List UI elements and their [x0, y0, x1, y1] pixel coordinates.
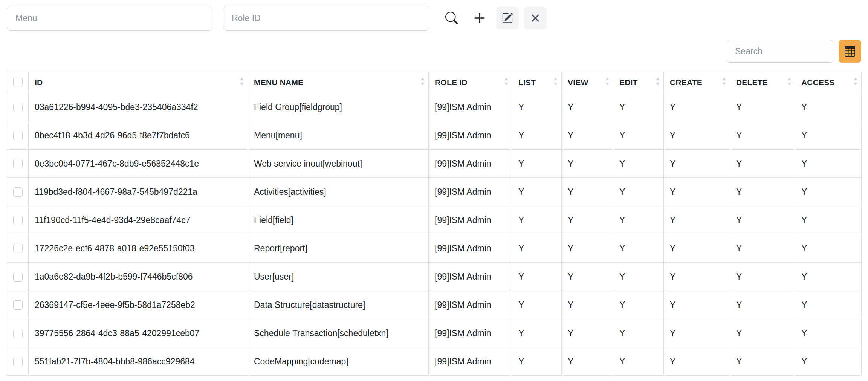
cell-access: Y: [795, 150, 862, 178]
cell-list: Y: [512, 150, 562, 178]
table-body: 03a61226-b994-4095-bde3-235406a334f2 Fie…: [7, 93, 862, 376]
cell-view: Y: [562, 178, 613, 206]
cell-menu-name: CodeMapping[codemap]: [248, 347, 429, 376]
cell-role-id: [99]ISM Admin: [429, 347, 512, 376]
sort-icon: [655, 77, 660, 88]
edit-button[interactable]: [496, 7, 519, 29]
cell-access: Y: [795, 178, 862, 206]
row-checkbox[interactable]: [13, 103, 23, 112]
table-search-input[interactable]: [727, 40, 833, 63]
row-checkbox[interactable]: [13, 272, 23, 282]
row-checkbox[interactable]: [13, 216, 23, 225]
search-button[interactable]: [440, 7, 463, 29]
cell-role-id: [99]ISM Admin: [429, 150, 512, 178]
sort-icon: [787, 77, 792, 88]
row-checkbox[interactable]: [13, 329, 23, 338]
row-checkbox[interactable]: [13, 159, 23, 168]
select-all-checkbox[interactable]: [13, 78, 23, 87]
column-header-label: ROLE ID: [435, 78, 468, 87]
cell-role-id: [99]ISM Admin: [429, 263, 512, 291]
table-row: 119bd3ed-f804-4667-98a7-545b497d221a Act…: [7, 178, 862, 206]
row-checkbox[interactable]: [13, 131, 23, 140]
sort-icon: [853, 77, 858, 88]
cell-menu-name: Menu[menu]: [248, 121, 429, 150]
sort-icon: [504, 77, 509, 88]
cell-id: 0bec4f18-4b3d-4d26-96d5-f8e7f7bdafc6: [29, 121, 248, 150]
cell-delete: Y: [730, 178, 795, 206]
plus-icon: [474, 12, 486, 24]
column-header-delete[interactable]: DELETE: [730, 72, 795, 93]
cell-id: 03a61226-b994-4095-bde3-235406a334f2: [29, 93, 248, 121]
cell-create: Y: [664, 178, 730, 206]
cell-list: Y: [512, 347, 562, 376]
add-button[interactable]: [468, 7, 491, 29]
column-header-id[interactable]: ID: [29, 72, 248, 93]
cell-list: Y: [512, 178, 562, 206]
cell-list: Y: [512, 319, 562, 347]
table-row: 0bec4f18-4b3d-4d26-96d5-f8e7f7bdafc6 Men…: [7, 121, 862, 150]
cell-create: Y: [664, 150, 730, 178]
cell-list: Y: [512, 263, 562, 291]
column-header-create[interactable]: CREATE: [664, 72, 730, 93]
column-header-label: ACCESS: [801, 78, 835, 87]
cell-role-id: [99]ISM Admin: [429, 206, 512, 234]
cell-create: Y: [664, 263, 730, 291]
cell-edit: Y: [613, 178, 664, 206]
cell-menu-name: User[user]: [248, 263, 429, 291]
cell-list: Y: [512, 291, 562, 319]
role-id-input[interactable]: [223, 6, 429, 31]
cell-view: Y: [562, 263, 613, 291]
close-icon: [530, 13, 540, 23]
cell-role-id: [99]ISM Admin: [429, 93, 512, 121]
cell-list: Y: [512, 206, 562, 234]
sort-icon: [420, 77, 425, 88]
cell-create: Y: [664, 234, 730, 263]
cell-view: Y: [562, 206, 613, 234]
row-checkbox[interactable]: [13, 244, 23, 253]
cell-delete: Y: [730, 206, 795, 234]
column-header-menu-name[interactable]: MENU NAME: [248, 72, 429, 93]
cell-access: Y: [795, 206, 862, 234]
cell-view: Y: [562, 121, 613, 150]
table-row: 03a61226-b994-4095-bde3-235406a334f2 Fie…: [7, 93, 862, 121]
cell-delete: Y: [730, 291, 795, 319]
clear-button[interactable]: [524, 7, 547, 29]
menu-input[interactable]: [7, 6, 212, 31]
column-header-access[interactable]: ACCESS: [795, 72, 862, 93]
column-header-list[interactable]: LIST: [512, 72, 562, 93]
column-header-role-id[interactable]: ROLE ID: [429, 72, 512, 93]
cell-id: 39775556-2864-4dc3-88a5-4202991ceb07: [29, 319, 248, 347]
cell-access: Y: [795, 319, 862, 347]
cell-delete: Y: [730, 93, 795, 121]
row-checkbox[interactable]: [13, 357, 23, 366]
cell-delete: Y: [730, 263, 795, 291]
row-checkbox[interactable]: [13, 187, 23, 197]
cell-delete: Y: [730, 150, 795, 178]
toolbar: [0, 0, 868, 31]
column-header-edit[interactable]: EDIT: [613, 72, 664, 93]
cell-edit: Y: [613, 121, 664, 150]
cell-delete: Y: [730, 234, 795, 263]
cell-list: Y: [512, 234, 562, 263]
column-header-label: MENU NAME: [254, 78, 303, 87]
cell-menu-name: Web service inout[webinout]: [248, 150, 429, 178]
cell-access: Y: [795, 347, 862, 376]
cell-id: 119bd3ed-f804-4667-98a7-545b497d221a: [29, 178, 248, 206]
cell-menu-name: Report[report]: [248, 234, 429, 263]
cell-view: Y: [562, 150, 613, 178]
cell-delete: Y: [730, 319, 795, 347]
columns-button[interactable]: [839, 40, 861, 63]
column-header-label: VIEW: [568, 78, 588, 87]
cell-menu-name: Activities[activities]: [248, 178, 429, 206]
cell-view: Y: [562, 234, 613, 263]
sort-icon: [721, 77, 727, 88]
cell-access: Y: [795, 121, 862, 150]
column-header-label: CREATE: [670, 78, 702, 87]
cell-delete: Y: [730, 121, 795, 150]
table-header-row: ID MENU NAME ROLE ID LIST VIEW EDIT CREA…: [7, 72, 862, 93]
column-header-label: DELETE: [736, 78, 768, 87]
sort-icon: [605, 77, 610, 88]
row-checkbox[interactable]: [13, 300, 23, 310]
column-header-view[interactable]: VIEW: [562, 72, 613, 93]
cell-edit: Y: [613, 150, 664, 178]
